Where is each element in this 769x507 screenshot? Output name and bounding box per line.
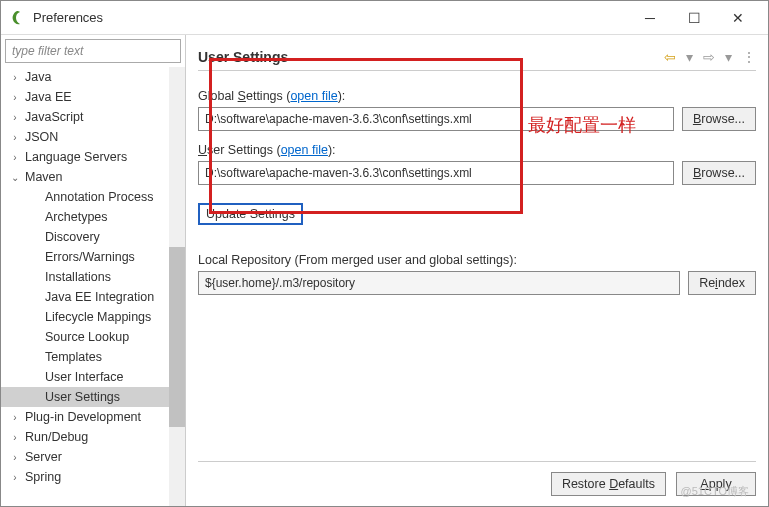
app-icon [9,10,25,26]
watermark: @51CTO博客 [681,484,749,499]
window-controls: ─ ☐ ✕ [628,3,760,33]
tree-item-server[interactable]: ›Server [1,447,185,467]
chevron-down-icon[interactable]: ⌄ [9,172,21,183]
user-settings-label: User Settings (open file): [198,143,756,157]
tree-item-maven[interactable]: ⌄Maven [1,167,185,187]
tree-item-templates[interactable]: ›Templates [1,347,185,367]
local-repo-input[interactable] [198,271,680,295]
reindex-button[interactable]: Reindex [688,271,756,295]
footer: Restore Defaults Apply [198,461,756,496]
tree-item-lifecycle-mappings[interactable]: ›Lifecycle Mappings [1,307,185,327]
tree-item-label: Maven [25,170,63,184]
tree-item-source-lookup[interactable]: ›Source Lookup [1,327,185,347]
minimize-button[interactable]: ─ [628,3,672,33]
maximize-button[interactable]: ☐ [672,3,716,33]
sidebar: ›Java›Java EE›JavaScript›JSON›Language S… [1,35,186,506]
dropdown-fwd-icon[interactable]: ▾ [725,49,732,65]
global-browse-button[interactable]: Browse... [682,107,756,131]
preferences-tree[interactable]: ›Java›Java EE›JavaScript›JSON›Language S… [1,67,185,506]
tree-item-discovery[interactable]: ›Discovery [1,227,185,247]
update-settings-button[interactable]: Update Settings [198,203,303,225]
tree-item-label: Language Servers [25,150,127,164]
forward-icon[interactable]: ⇨ [703,49,715,65]
tree-item-run-debug[interactable]: ›Run/Debug [1,427,185,447]
close-button[interactable]: ✕ [716,3,760,33]
tree-item-label: Java [25,70,51,84]
local-repo-label: Local Repository (From merged user and g… [198,253,756,267]
main-header: User Settings ⇦ ▾ ⇨ ▾ ⋮ [198,43,756,71]
global-settings-section: Global Settings (open file): Browse... [198,89,756,131]
user-open-file-link[interactable]: open file [281,143,328,157]
page-title: User Settings [198,49,664,65]
chevron-right-icon[interactable]: › [9,472,21,483]
chevron-right-icon[interactable]: › [9,132,21,143]
tree-item-label: Java EE Integration [45,290,154,304]
tree-item-label: Templates [45,350,102,364]
filter-input[interactable] [5,39,181,63]
global-settings-label: Global Settings (open file): [198,89,756,103]
user-settings-section: User Settings (open file): Browse... [198,143,756,185]
tree-item-label: Spring [25,470,61,484]
tree-item-label: Lifecycle Mappings [45,310,151,324]
user-settings-input[interactable] [198,161,674,185]
tree-item-label: Plug-in Development [25,410,141,424]
back-icon[interactable]: ⇦ [664,49,676,65]
tree-item-user-settings[interactable]: ›User Settings [1,387,185,407]
tree-item-annotation-process[interactable]: ›Annotation Process [1,187,185,207]
chevron-right-icon[interactable]: › [9,412,21,423]
chevron-right-icon[interactable]: › [9,152,21,163]
tree-item-javascript[interactable]: ›JavaScript [1,107,185,127]
chevron-right-icon[interactable]: › [9,112,21,123]
titlebar: Preferences ─ ☐ ✕ [1,1,768,35]
tree-item-label: Server [25,450,62,464]
tree-item-plug-in-development[interactable]: ›Plug-in Development [1,407,185,427]
tree-item-label: JSON [25,130,58,144]
tree-item-java[interactable]: ›Java [1,67,185,87]
main-panel: User Settings ⇦ ▾ ⇨ ▾ ⋮ Global Settings … [186,35,768,506]
local-repo-section: Local Repository (From merged user and g… [198,253,756,295]
tree-item-label: User Interface [45,370,124,384]
annotation-text: 最好配置一样 [528,113,636,137]
user-browse-button[interactable]: Browse... [682,161,756,185]
tree-item-user-interface[interactable]: ›User Interface [1,367,185,387]
chevron-right-icon[interactable]: › [9,432,21,443]
chevron-right-icon[interactable]: › [9,72,21,83]
tree-item-label: Run/Debug [25,430,88,444]
tree-item-json[interactable]: ›JSON [1,127,185,147]
tree-item-java-ee[interactable]: ›Java EE [1,87,185,107]
tree-item-label: Errors/Warnings [45,250,135,264]
tree-item-spring[interactable]: ›Spring [1,467,185,487]
restore-defaults-button[interactable]: Restore Defaults [551,472,666,496]
tree-item-label: User Settings [45,390,120,404]
tree-item-label: Java EE [25,90,72,104]
tree-item-java-ee-integration[interactable]: ›Java EE Integration [1,287,185,307]
window-title: Preferences [33,10,628,25]
dropdown-back-icon[interactable]: ▾ [686,49,693,65]
tree-scrollthumb[interactable] [169,247,185,427]
tree-item-installations[interactable]: ›Installations [1,267,185,287]
chevron-right-icon[interactable]: › [9,452,21,463]
tree-item-label: Annotation Process [45,190,153,204]
tree-item-label: Archetypes [45,210,108,224]
tree-scrollbar[interactable] [169,67,185,506]
tree-item-label: JavaScript [25,110,83,124]
tree-item-label: Source Lookup [45,330,129,344]
tree-item-label: Installations [45,270,111,284]
chevron-right-icon[interactable]: › [9,92,21,103]
tree-item-archetypes[interactable]: ›Archetypes [1,207,185,227]
menu-icon[interactable]: ⋮ [742,49,756,65]
tree-item-label: Discovery [45,230,100,244]
tree-item-language-servers[interactable]: ›Language Servers [1,147,185,167]
global-open-file-link[interactable]: open file [290,89,337,103]
tree-item-errors-warnings[interactable]: ›Errors/Warnings [1,247,185,267]
